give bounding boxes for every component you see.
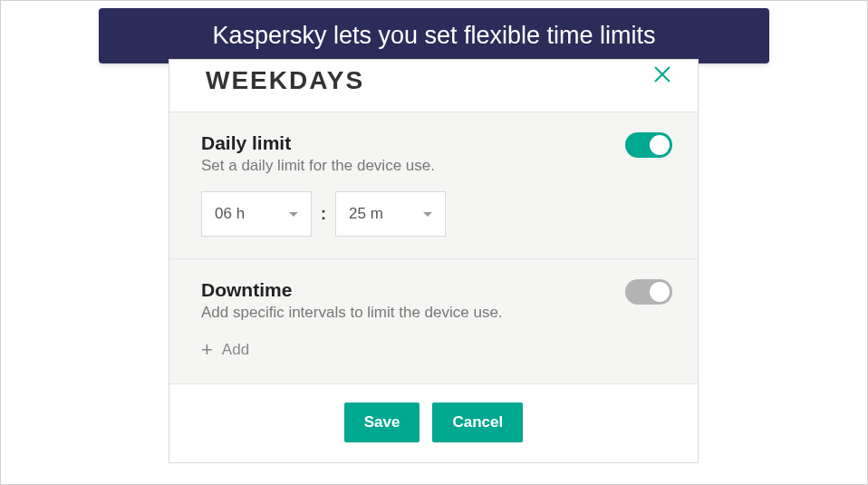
hours-dropdown[interactable]: 06 h [201,191,312,237]
toggle-knob [650,135,670,155]
cancel-button[interactable]: Cancel [432,403,523,442]
save-button[interactable]: Save [344,403,420,442]
minutes-dropdown[interactable]: 25 m [335,191,446,237]
time-limits-panel: WEEKDAYS Daily limit Set a daily limit f… [169,59,699,463]
panel-header: WEEKDAYS [169,60,698,112]
time-selectors: 06 h : 25 m [201,191,672,237]
downtime-section: Downtime Add specific intervals to limit… [169,259,698,384]
banner-text: Kaspersky lets you set flexible time lim… [212,22,655,49]
chevron-down-icon [423,212,432,217]
downtime-title: Downtime [201,279,503,301]
panel-title: WEEKDAYS [206,66,364,95]
panel-footer: Save Cancel [169,384,698,462]
daily-limit-toggle[interactable] [625,132,672,158]
info-banner: Kaspersky lets you set flexible time lim… [99,8,769,63]
add-label: Add [222,341,249,359]
daily-limit-section: Daily limit Set a daily limit for the de… [169,112,698,259]
plus-icon: + [201,338,213,362]
time-separator: : [321,205,326,224]
daily-limit-title: Daily limit [201,132,435,154]
downtime-header: Downtime Add specific intervals to limit… [201,279,672,322]
chevron-down-icon [289,212,298,217]
daily-limit-description: Set a daily limit for the device use. [201,157,435,175]
downtime-description: Add specific intervals to limit the devi… [201,304,503,322]
downtime-toggle[interactable] [625,279,672,305]
add-interval-button[interactable]: + Add [201,338,672,362]
minutes-value: 25 m [349,205,383,223]
hours-value: 06 h [215,205,245,223]
close-icon[interactable] [652,64,672,84]
toggle-knob [650,282,670,302]
daily-limit-header: Daily limit Set a daily limit for the de… [201,132,672,175]
